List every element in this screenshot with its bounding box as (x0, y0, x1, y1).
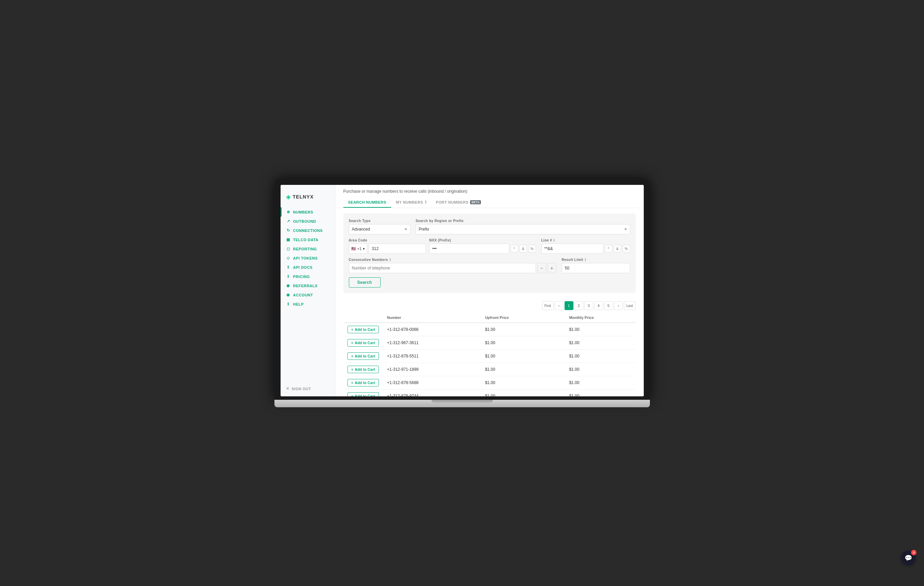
add-to-cart-btn-5[interactable]: + Add to Cart (348, 392, 379, 396)
consecutive-info-icon: ℹ (389, 258, 391, 262)
signout-button[interactable]: ✕ SIGN OUT (280, 387, 335, 391)
pagination-last-btn[interactable]: Last (624, 301, 635, 310)
region-select[interactable]: Prefix Region (416, 224, 630, 234)
plus-icon-5: + (351, 394, 353, 396)
line-info-icon: ℹ (553, 239, 555, 242)
line-label: Line # ℹ (541, 239, 630, 242)
line-asterisk-btn[interactable]: * (605, 245, 612, 252)
logo-area: ◈ TELNYX (280, 190, 335, 207)
monthly-cell-4: $1.00 (565, 376, 635, 390)
tab-my-numbers[interactable]: MY NUMBERS ℹ (391, 197, 431, 208)
nxx-input[interactable] (429, 244, 509, 254)
sidebar-item-connections[interactable]: ↻ CONNECTIONS (280, 226, 335, 235)
add-to-cart-btn-1[interactable]: + Add to Cart (348, 339, 379, 347)
sidebar-item-referrals[interactable]: ◉ REFERRALS (280, 281, 335, 290)
consecutive-minus-btn[interactable]: − (537, 263, 546, 273)
monthly-cell-5: $1.00 (565, 390, 635, 397)
nxx-group: NXX (Prefix) * & % (429, 239, 536, 254)
add-to-cart-cell-2: + Add to Cart (343, 350, 383, 363)
result-limit-info-icon: ℹ (585, 258, 586, 262)
pagination-page-3-btn[interactable]: 3 (584, 301, 593, 310)
sidebar-item-pricing[interactable]: ℹ PRICING (280, 272, 335, 281)
pagination-top: First ‹ 1 2 3 4 5 › Last (343, 298, 635, 313)
upfront-cell-4: $1.00 (481, 376, 565, 390)
form-row-3: Consecutive Numbers ℹ − + (349, 258, 630, 273)
line-percent-btn[interactable]: % (623, 245, 630, 252)
telco-icon: ▦ (286, 237, 291, 242)
region-group: Search by Region or Prefix Prefix Region (416, 219, 630, 234)
sidebar-item-numbers[interactable]: ⊕ NUMBERS (280, 207, 335, 217)
consecutive-input[interactable] (349, 263, 536, 273)
line-input[interactable] (541, 244, 604, 254)
area-code-input-group: 🇺🇸 +1 ▾ (349, 244, 424, 254)
plus-icon-1: + (351, 341, 353, 345)
sidebar-item-telco-data[interactable]: ▦ TELCO DATA (280, 235, 335, 244)
laptop-base (274, 400, 650, 407)
outbound-icon: ↗ (286, 219, 291, 224)
add-to-cart-cell-5: + Add to Cart (343, 390, 383, 397)
country-select[interactable]: 🇺🇸 +1 ▾ (349, 244, 368, 254)
results-section: First ‹ 1 2 3 4 5 › Last (343, 298, 635, 396)
nxx-asterisk-btn[interactable]: * (511, 245, 518, 252)
area-code-group: Area Code 🇺🇸 +1 ▾ (349, 239, 424, 254)
results-table: Number Upfront Price Monthly Price + Add… (343, 313, 635, 396)
tab-search-numbers[interactable]: SEARCH NUMBERS (343, 197, 391, 208)
plus-icon-4: + (351, 381, 353, 385)
signout-icon: ✕ (286, 387, 289, 391)
add-to-cart-btn-3[interactable]: + Add to Cart (348, 365, 379, 373)
main-content: Purchase or manage numbers to receive ca… (335, 185, 644, 396)
result-limit-group: Result Limit ℹ (562, 258, 630, 273)
add-to-cart-cell-3: + Add to Cart (343, 363, 383, 376)
tabs-bar: SEARCH NUMBERS MY NUMBERS ℹ PORT NUMBERS… (343, 197, 635, 208)
add-to-cart-btn-0[interactable]: + Add to Cart (348, 326, 379, 333)
consecutive-input-group: − + (349, 263, 556, 273)
account-icon: ◉ (286, 293, 291, 297)
nxx-percent-btn[interactable]: % (528, 245, 536, 252)
pagination-page-2-btn[interactable]: 2 (574, 301, 583, 310)
col-number: Number (383, 313, 481, 323)
sidebar-item-reporting[interactable]: ◻ REPORTING (280, 244, 335, 253)
pagination-next-btn[interactable]: › (614, 301, 623, 310)
area-code-input[interactable] (369, 244, 426, 254)
consecutive-label: Consecutive Numbers ℹ (349, 258, 556, 262)
page-description: Purchase or manage numbers to receive ca… (343, 189, 635, 194)
number-cell-2: +1-312-878-5511 (383, 350, 481, 363)
chat-button[interactable]: 💬 3 (901, 551, 916, 566)
plus-icon-2: + (351, 354, 353, 358)
search-type-select[interactable]: Advanced Basic (349, 224, 410, 234)
pagination-page-4-btn[interactable]: 4 (594, 301, 603, 310)
upfront-cell-5: $1.00 (481, 390, 565, 397)
add-to-cart-btn-2[interactable]: + Add to Cart (348, 352, 379, 360)
add-to-cart-cell-0: + Add to Cart (343, 323, 383, 336)
pagination-page-1-btn[interactable]: 1 (564, 301, 573, 310)
form-row-1: Search Type Advanced Basic Search by Reg… (349, 219, 630, 234)
sidebar-item-outbound[interactable]: ↗ OUTBOUND (280, 217, 335, 226)
number-cell-1: +1-312-967-3611 (383, 336, 481, 350)
logo-icon: ◈ (286, 193, 291, 201)
country-chevron-icon: ▾ (363, 247, 365, 251)
result-limit-input[interactable] (562, 263, 630, 273)
add-to-cart-btn-4[interactable]: + Add to Cart (348, 379, 379, 387)
upfront-cell-1: $1.00 (481, 336, 565, 350)
nxx-label: NXX (Prefix) (429, 239, 536, 242)
result-limit-label: Result Limit ℹ (562, 258, 630, 262)
pagination-prev-btn[interactable]: ‹ (555, 301, 564, 310)
table-row: + Add to Cart +1-312-878-5688 $1.00 $1.0… (343, 376, 635, 390)
pagination-first-btn[interactable]: First (542, 301, 554, 310)
consecutive-plus-btn[interactable]: + (548, 263, 556, 273)
search-button[interactable]: Search (349, 277, 381, 288)
table-row: + Add to Cart +1-312-878-0066 $1.00 $1.0… (343, 323, 635, 336)
table-header-row: Number Upfront Price Monthly Price (343, 313, 635, 323)
sidebar-item-api-tokens[interactable]: ◇ API TOKENS (280, 253, 335, 263)
referrals-icon: ◉ (286, 283, 291, 288)
help-icon: ℹ (286, 302, 291, 306)
pagination-page-5-btn[interactable]: 5 (604, 301, 613, 310)
sidebar-item-help[interactable]: ℹ HELP (280, 300, 335, 309)
sidebar-item-api-docs[interactable]: ℹ API DOCS (280, 263, 335, 272)
line-ampersand-btn[interactable]: & (614, 245, 621, 252)
sidebar-item-account[interactable]: ◉ ACCOUNT (280, 290, 335, 300)
tab-port-numbers[interactable]: PORT NUMBERS BETA (431, 197, 486, 208)
add-to-cart-cell-1: + Add to Cart (343, 336, 383, 350)
upfront-cell-0: $1.00 (481, 323, 565, 336)
nxx-ampersand-btn[interactable]: & (520, 245, 527, 252)
